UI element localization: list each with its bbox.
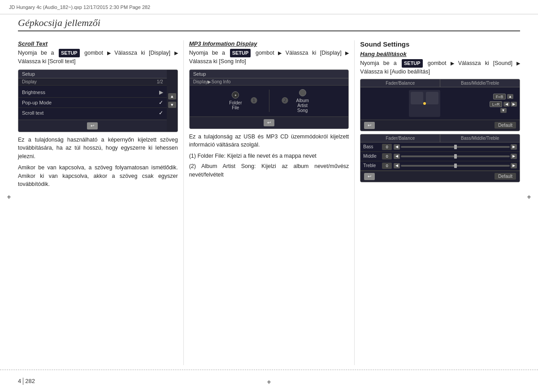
middle-value: 0 xyxy=(382,153,392,159)
sound-screen-2: Fader/Balance Bass/Middle/Treble Bass 0 … xyxy=(360,134,520,182)
col-scroll-text: Scroll Text Nyomja be a SETUP gombot ▶ V… xyxy=(18,40,183,365)
fader-rect-tl xyxy=(411,92,423,104)
fader-center-dot xyxy=(423,102,426,105)
song-option-album: AlbumArtistSong xyxy=(296,89,309,113)
setup-row-popup: Pop-up Mode ✓ xyxy=(18,98,167,108)
treble-thumb xyxy=(454,164,457,168)
setup-title-bar-col1: Setup xyxy=(18,70,167,78)
option1-label: FolderFile xyxy=(229,100,242,110)
mp3-list-item2: (2) Album Artist Song: Kijelzi az album … xyxy=(189,162,349,179)
lr-row: L=R ◀ ▶ xyxy=(490,101,517,107)
scroll-up-col1[interactable]: ▲ xyxy=(168,93,176,99)
header-text: JD Hungary 4c (Audio_182~).qxp 12/17/201… xyxy=(9,4,150,10)
back-button-sound1[interactable]: ↩ xyxy=(364,122,375,129)
tab-fader-balance: Fader/Balance xyxy=(360,79,440,87)
fader-rect-tr xyxy=(426,92,438,104)
scroll-text-heading: Scroll Text xyxy=(18,40,178,47)
bass-row: Bass 0 ◀ ▶ xyxy=(360,142,520,152)
lr-label: L=R xyxy=(490,101,502,107)
middle-right-btn[interactable]: ▶ xyxy=(511,154,517,159)
bass-slider: ◀ ▶ xyxy=(394,144,517,150)
sound-screen-1-footer: ↩ Default xyxy=(360,120,520,131)
col-mp3-info: MP3 Information Display Nyomja be a SETU… xyxy=(183,40,355,365)
scroll-text-body1: Ez a tulajdonság használható a képernyőn… xyxy=(18,136,178,161)
treble-left-btn[interactable]: ◀ xyxy=(394,163,400,168)
song-info-subtitle: Display▶Song Info xyxy=(190,78,349,86)
page-title-area: Gépkocsija jellemzői xyxy=(18,17,520,31)
sound-screen-2-footer: ↩ Default xyxy=(360,171,520,182)
tab-bass-middle-treble: Bass/Middle/Treble xyxy=(440,79,520,87)
sound-sub-heading: Hang beállítások xyxy=(360,51,520,57)
middle-label: Middle xyxy=(363,154,380,159)
fb-arrows: ▲ xyxy=(507,94,513,99)
middle-left-btn[interactable]: ◀ xyxy=(394,154,400,159)
mp3-body1: Ez a tulajdonság az USB és MP3 CD üzemmó… xyxy=(189,133,349,150)
lr-left-btn[interactable]: ◀ xyxy=(503,102,510,107)
song-info-title: Setup xyxy=(190,70,349,78)
setup-screen-inner-col1: Setup Display 1/2 Brightness ▶ Pop-up Mo… xyxy=(18,70,178,132)
page-num-separator xyxy=(23,378,23,385)
treble-slider: ◀ ▶ xyxy=(394,163,517,168)
back-button-sound2[interactable]: ↩ xyxy=(364,173,375,180)
treble-label: Treble xyxy=(363,163,380,168)
option2-num: ❷ xyxy=(281,96,288,106)
lr-right-btn[interactable]: ▶ xyxy=(511,102,517,107)
treble-value: 0 xyxy=(382,163,392,169)
default-button-sound1[interactable]: Default xyxy=(495,122,516,129)
fader-pad-area xyxy=(363,90,486,117)
option1-num: ❶ xyxy=(250,96,257,106)
scroll-text-intro: Nyomja be a SETUP gombot ▶ Válassza ki [… xyxy=(18,49,178,66)
option1-circle: ● xyxy=(232,91,239,99)
bass-label: Bass xyxy=(363,144,380,149)
page-title-underline xyxy=(18,30,520,31)
content-area: Scroll Text Nyomja be a SETUP gombot ▶ V… xyxy=(18,40,520,365)
default-button-sound2[interactable]: Default xyxy=(495,173,516,180)
setup-row-brightness: Brightness ▶ xyxy=(18,87,167,98)
reg-mark-left xyxy=(4,193,13,202)
bass-track xyxy=(401,146,510,148)
page-num-area: 4 282 xyxy=(18,378,35,385)
page-num-left: 4 xyxy=(18,378,21,384)
setup-rows-col1: Brightness ▶ Pop-up Mode ✓ Scroll text ✓ xyxy=(18,86,167,120)
setup-sidebar-col1: ▲ ▼ xyxy=(167,70,178,132)
setup-display-row: Display 1/2 xyxy=(18,78,167,86)
sound-intro: Nyomja be a SETUP gombot ▶ Válassza ki [… xyxy=(360,59,520,76)
mp3-list-item1: (1) Folder File: Kijelzi a file nevet és… xyxy=(189,152,349,160)
setup-screen-col1: Setup Display 1/2 Brightness ▶ Pop-up Mo… xyxy=(18,69,178,132)
setup-nav-col1: ↩ xyxy=(18,120,167,132)
tab2-bass-middle-treble: Bass/Middle/Treble xyxy=(440,134,520,142)
song-option-folder: ● FolderFile xyxy=(229,91,242,110)
bass-thumb xyxy=(454,145,457,149)
fb-up-btn[interactable]: ▲ xyxy=(507,94,513,99)
sound-screen-1: Fader/Balance Bass/Middle/Treble F=B xyxy=(360,79,520,131)
page-title: Gépkocsija jellemzői xyxy=(18,17,520,29)
setup-badge-col1: SETUP xyxy=(59,49,80,57)
song-info-body: ● FolderFile ❶ ❷ AlbumArtistSong xyxy=(190,86,349,116)
back-button-col1[interactable]: ↩ xyxy=(87,122,98,129)
sound-screen-2-header: Fader/Balance Bass/Middle/Treble xyxy=(360,134,520,142)
song-info-screen: Setup Display▶Song Info ● FolderFile ❶ ❷… xyxy=(189,69,349,129)
fb-down-btn[interactable]: ▼ xyxy=(500,108,507,113)
setup-row-scroll: Scroll text ✓ xyxy=(18,108,167,118)
fb-row: F=B ▲ xyxy=(493,94,513,99)
middle-slider: ◀ ▶ xyxy=(394,154,517,159)
option2-circle xyxy=(299,89,306,96)
fader-fb-lr: F=B ▲ L=R ◀ ▶ ▼ xyxy=(490,94,517,113)
fader-pad xyxy=(409,90,440,117)
sound-fader-content: F=B ▲ L=R ◀ ▶ ▼ xyxy=(360,87,520,120)
lr-arrows: ◀ ▶ xyxy=(503,102,517,107)
fb-label: F=B xyxy=(493,94,506,99)
scroll-down-col1[interactable]: ▼ xyxy=(168,102,176,108)
tab2-fader-balance: Fader/Balance xyxy=(360,134,440,142)
scroll-text-body2: Amikor be van kapcsolva, a szöveg folyam… xyxy=(18,164,178,189)
bass-right-btn[interactable]: ▶ xyxy=(511,144,517,150)
bass-left-btn[interactable]: ◀ xyxy=(394,144,400,150)
back-button-col2[interactable]: ↩ xyxy=(264,119,274,126)
treble-right-btn[interactable]: ▶ xyxy=(511,163,517,168)
setup-main-col1: Setup Display 1/2 Brightness ▶ Pop-up Mo… xyxy=(18,70,167,132)
bass-value: 0 xyxy=(382,144,392,150)
mp3-intro: Nyomja be a SETUP gombot ▶ Válassza ki [… xyxy=(189,49,349,66)
page-num-right: 282 xyxy=(25,378,35,384)
header-bar: JD Hungary 4c (Audio_182~).qxp 12/17/201… xyxy=(0,0,538,14)
song-info-nav: ↩ xyxy=(190,116,349,129)
